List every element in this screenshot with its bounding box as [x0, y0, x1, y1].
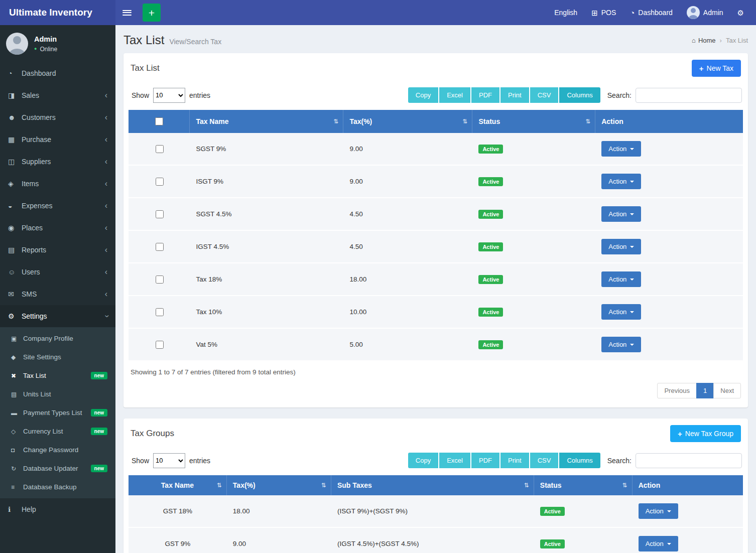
action-dropdown-button[interactable]: Action — [601, 337, 641, 352]
row-checkbox[interactable] — [156, 243, 164, 251]
sidebar-item-sms[interactable]: ✉ SMS ‹ — [0, 283, 115, 305]
tax-groups-card: Tax Groups + New Tax Group Show 10 entri… — [123, 419, 748, 553]
search-input[interactable] — [636, 88, 742, 103]
units-list-icon: ▤ — [11, 391, 23, 398]
select-all-checkbox[interactable] — [155, 117, 163, 125]
sidebar-item-users[interactable]: ☺ Users ‹ — [0, 261, 115, 283]
sidebar-item-reports[interactable]: ▤ Reports ‹ — [0, 239, 115, 261]
language-menu[interactable]: English — [554, 9, 577, 17]
next-page-button[interactable]: Next — [713, 383, 741, 398]
action-dropdown-button[interactable]: Action — [601, 206, 641, 222]
brand[interactable]: Ultimate Inventory — [0, 0, 115, 25]
page-length-select[interactable]: 10 — [153, 453, 185, 468]
action-dropdown-button[interactable]: Action — [639, 536, 678, 551]
breadcrumb-home-link[interactable]: ⌂ Home — [692, 37, 716, 44]
sidebar-item-help[interactable]: ℹ Help — [0, 498, 115, 520]
sidebar-menu-bottom: ℹ Help — [0, 498, 115, 520]
sidebar-item-items[interactable]: ◈ Items ‹ — [0, 173, 115, 195]
sidebar-item-expenses[interactable]: ◒ Expenses ‹ — [0, 195, 115, 217]
columns-button[interactable]: Columns — [559, 87, 600, 103]
pos-link[interactable]: ⊞ POS — [591, 9, 616, 17]
page-length-select[interactable]: 10 — [153, 88, 185, 103]
copy-button[interactable]: Copy — [408, 453, 438, 468]
tax-name-cell: Tax 18% — [190, 263, 343, 296]
excel-button[interactable]: Excel — [439, 87, 470, 103]
status-badge: Active — [478, 275, 503, 284]
excel-button[interactable]: Excel — [439, 453, 470, 468]
pdf-button[interactable]: PDF — [471, 87, 499, 103]
action-dropdown-button[interactable]: Action — [601, 271, 641, 287]
quick-add-button[interactable]: + — [143, 4, 161, 22]
row-checkbox[interactable] — [156, 210, 164, 218]
sidebar-item-places[interactable]: ◉ Places ‹ — [0, 217, 115, 239]
settings-gear-icon: ⚙ — [8, 312, 22, 320]
table-row: Tax 18% 18.00 Active Action — [129, 263, 743, 296]
new-tax-group-button[interactable]: + New Tax Group — [670, 425, 741, 442]
copy-button[interactable]: Copy — [408, 87, 438, 103]
tax-name-cell: SGST 9% — [190, 133, 343, 166]
row-checkbox[interactable] — [156, 308, 164, 316]
sidebar-item-database-backup[interactable]: ≡ Database Backup — [0, 478, 115, 496]
tax-name-cell: SGST 4.5% — [190, 198, 343, 231]
sidebar-item-sales[interactable]: ◨ Sales ‹ — [0, 84, 115, 106]
row-checkbox[interactable] — [156, 275, 164, 284]
sidebar-item-site-settings[interactable]: ◆ Site Settings — [0, 348, 115, 366]
column-header-tax-name[interactable]: Tax Name ⇅ — [129, 475, 227, 495]
chevron-left-icon: ‹ — [105, 202, 107, 210]
action-dropdown-button[interactable]: Action — [639, 503, 678, 519]
sort-icon: ⇅ — [585, 118, 590, 125]
items-icon: ◈ — [8, 180, 22, 188]
action-dropdown-button[interactable]: Action — [601, 239, 641, 254]
row-checkbox[interactable] — [156, 178, 164, 186]
table-controls: Show 10 entries Copy Excel PDF Print CSV… — [123, 449, 748, 475]
sidebar-item-settings[interactable]: ⚙ Settings ‹ — [0, 305, 115, 327]
column-header-tax-name[interactable]: Tax Name ⇅ — [190, 110, 343, 133]
tax-pct-cell: 9.00 — [343, 133, 472, 166]
column-header-tax-pct[interactable]: Tax(%) ⇅ — [343, 110, 472, 133]
status-badge: Active — [478, 210, 503, 219]
search-input[interactable] — [636, 453, 742, 468]
csv-button[interactable]: CSV — [530, 453, 559, 468]
sidebar-item-tax-list[interactable]: ✖ Tax List new — [0, 366, 115, 385]
sidebar-item-company-profile[interactable]: ▣ Company Profile — [0, 329, 115, 348]
settings-menu[interactable]: ⚙ — [737, 9, 744, 17]
pdf-button[interactable]: PDF — [471, 453, 499, 468]
sidebar-item-customers[interactable]: ☻ Customers ‹ — [0, 106, 115, 128]
caret-down-icon — [667, 510, 671, 512]
print-button[interactable]: Print — [500, 453, 529, 468]
csv-button[interactable]: CSV — [530, 87, 559, 103]
action-dropdown-button[interactable]: Action — [601, 304, 641, 320]
status-badge: Active — [478, 242, 503, 251]
sidebar-item-currency-list[interactable]: ◇ Currency List new — [0, 422, 115, 441]
content-header: Tax List View/Search Tax ⌂ Home › Tax Li… — [115, 25, 756, 53]
previous-page-button[interactable]: Previous — [657, 383, 697, 398]
action-dropdown-button[interactable]: Action — [601, 141, 641, 157]
sidebar-toggle-button[interactable] — [115, 0, 139, 25]
action-dropdown-button[interactable]: Action — [601, 174, 641, 189]
tax-pct-cell: 10.00 — [343, 296, 472, 329]
sidebar-item-database-updater[interactable]: ↻ Database Updater new — [0, 459, 115, 478]
row-checkbox[interactable] — [156, 341, 164, 349]
column-header-status[interactable]: Status ⇅ — [534, 475, 633, 495]
sidebar-item-dashboard[interactable]: ◔ Dashboard — [0, 62, 115, 84]
sidebar-item-suppliers[interactable]: ◫ Suppliers ‹ — [0, 151, 115, 173]
sort-icon: ⇅ — [524, 482, 529, 489]
chevron-left-icon: ‹ — [105, 246, 107, 254]
sidebar-item-change-password[interactable]: ◘ Change Password — [0, 441, 115, 459]
column-header-sub-taxes[interactable]: Sub Taxes ⇅ — [331, 475, 534, 495]
sort-icon: ⇅ — [321, 482, 326, 489]
online-status: ● Online — [34, 46, 57, 53]
select-all-header — [129, 110, 190, 133]
sidebar-item-purchase[interactable]: ▦ Purchase ‹ — [0, 128, 115, 151]
user-menu[interactable]: Admin — [687, 6, 723, 19]
page-1-button[interactable]: 1 — [696, 383, 714, 398]
sidebar-item-payment-types-list[interactable]: ▬ Payment Types List new — [0, 403, 115, 422]
column-header-status[interactable]: Status ⇅ — [472, 110, 595, 133]
columns-button[interactable]: Columns — [559, 453, 600, 468]
sidebar-item-units-list[interactable]: ▤ Units List — [0, 385, 115, 403]
row-checkbox[interactable] — [156, 145, 164, 153]
new-tax-button[interactable]: + New Tax — [692, 60, 741, 77]
column-header-tax-pct[interactable]: Tax(%) ⇅ — [227, 475, 331, 495]
dashboard-link[interactable]: ◔ Dashboard — [630, 9, 673, 17]
print-button[interactable]: Print — [500, 87, 529, 103]
